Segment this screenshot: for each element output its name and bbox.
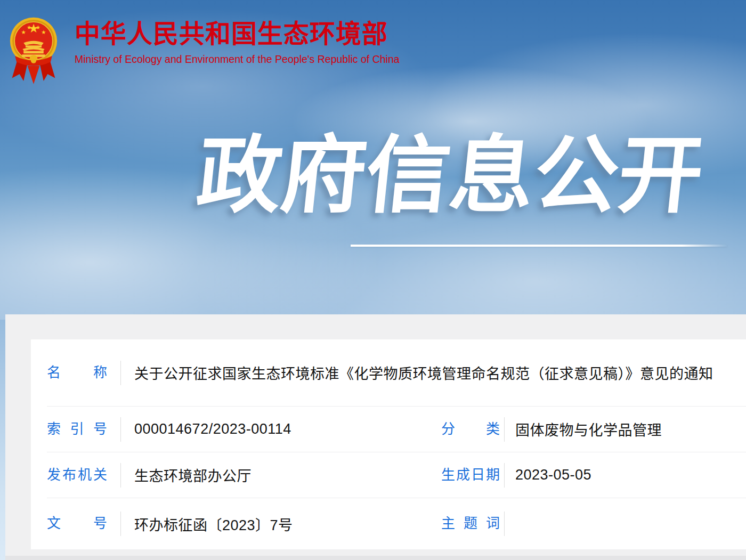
label-divider <box>504 463 505 488</box>
banner-underline-divider <box>351 245 727 247</box>
info-row-issuer: 发布机关 生态环境部办公厅 生成日期 2023-05-05 <box>31 452 746 498</box>
field-label-document-number: 文号 <box>47 515 107 533</box>
field-value-issuing-agency: 生态环境部办公厅 <box>134 465 252 485</box>
field-value-category: 固体废物与化学品管理 <box>515 419 662 440</box>
field-label-issuing-agency: 发布机关 <box>47 466 107 484</box>
label-divider <box>120 463 121 488</box>
label-divider <box>504 417 505 442</box>
cell-index-number: 索引号 000014672/2023-00114 <box>47 417 441 442</box>
label-divider <box>120 417 121 442</box>
cell-document-number: 文号 环办标征函〔2023〕7号 <box>47 512 441 536</box>
svg-text:★: ★ <box>41 29 46 35</box>
field-value-index-number: 000014672/2023-00114 <box>134 421 291 437</box>
header-logo-link[interactable]: ★ ★ ★ ★ ★ 中华人民共和国生态环境部 Ministry of Ecolo… <box>9 9 400 86</box>
info-row-index: 索引号 000014672/2023-00114 分类 固体废物与化学品管理 <box>31 407 746 452</box>
field-label-category: 分类 <box>441 420 500 439</box>
field-label-subject-words: 主题词 <box>441 515 500 533</box>
site-subtitle: Ministry of Ecology and Environment of t… <box>75 53 400 66</box>
svg-text:★: ★ <box>36 25 40 30</box>
cell-subject-words: 主题词 <box>441 512 515 536</box>
label-divider <box>120 361 121 385</box>
field-label-index-number: 索引号 <box>47 420 107 439</box>
field-value-document-number: 环办标征函〔2023〕7号 <box>134 514 293 534</box>
field-label-generation-date: 生成日期 <box>441 466 500 484</box>
info-row-name: 名称 关于公开征求国家生态环境标准《化学物质环境管理命名规范（征求意见稿）》意见… <box>31 339 746 406</box>
field-value-name: 关于公开征求国家生态环境标准《化学物质环境管理命名规范（征求意见稿）》意见的通知 <box>134 362 713 383</box>
field-value-generation-date: 2023-05-05 <box>515 467 591 483</box>
field-label-name: 名称 <box>47 364 107 382</box>
site-title: 中华人民共和国生态环境部 <box>75 20 400 48</box>
cell-generation-date: 生成日期 2023-05-05 <box>441 463 591 488</box>
header-text-block: 中华人民共和国生态环境部 Ministry of Ecology and Env… <box>75 9 400 66</box>
china-national-emblem-icon: ★ ★ ★ ★ ★ <box>9 10 59 86</box>
label-divider <box>120 512 121 536</box>
page-banner-title: 政府信息公开 <box>193 133 708 217</box>
label-divider <box>504 512 505 536</box>
cell-category: 分类 固体废物与化学品管理 <box>441 417 662 442</box>
info-row-doc-number: 文号 环办标征函〔2023〕7号 主题词 <box>31 498 746 549</box>
cell-issuing-agency: 发布机关 生态环境部办公厅 <box>47 463 441 488</box>
page: ★ ★ ★ ★ ★ 中华人民共和国生态环境部 Ministry of Ecolo… <box>0 0 746 560</box>
document-info-card: 名称 关于公开征求国家生态环境标准《化学物质环境管理命名规范（征求意见稿）》意见… <box>31 339 746 549</box>
svg-text:★: ★ <box>27 25 31 30</box>
svg-text:★: ★ <box>21 29 26 35</box>
